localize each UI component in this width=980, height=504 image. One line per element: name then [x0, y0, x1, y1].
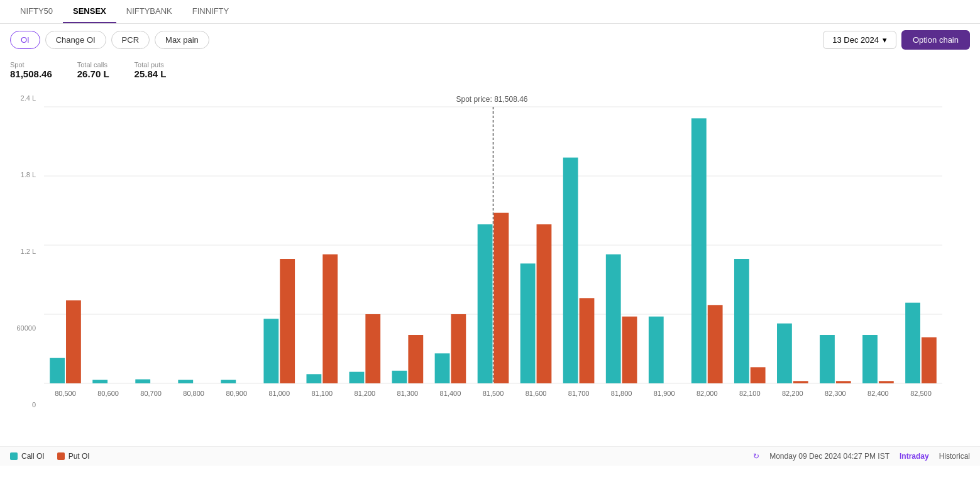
svg-rect-12 [135, 380, 150, 383]
svg-text:82,000: 82,000 [696, 390, 718, 397]
svg-rect-14 [178, 380, 193, 384]
svg-rect-28 [408, 335, 423, 383]
y-label-1-8l: 1.8 L [21, 171, 36, 178]
svg-text:82,200: 82,200 [782, 390, 803, 397]
svg-text:82,300: 82,300 [825, 390, 846, 397]
calls-value: 26.70 L [77, 68, 109, 79]
svg-rect-22 [322, 255, 338, 383]
svg-rect-48 [708, 305, 723, 383]
calls-label: Total calls [77, 61, 109, 68]
svg-rect-8 [66, 300, 81, 383]
svg-rect-37 [537, 224, 552, 383]
pcr-button[interactable]: PCR [111, 31, 150, 49]
y-label-2-4l: 2.4 L [21, 94, 36, 102]
legend: Call OI Put OI [10, 452, 90, 461]
toolbar: OI Change OI PCR Max pain 13 Dec 2024 ▾ … [0, 24, 980, 56]
svg-rect-62 [905, 303, 920, 383]
svg-text:81,500: 81,500 [483, 390, 504, 397]
svg-rect-10 [92, 380, 107, 384]
spot-value: 81,508.46 [10, 68, 52, 79]
svg-text:81,000: 81,000 [268, 390, 290, 397]
svg-text:81,400: 81,400 [440, 390, 461, 397]
svg-text:80,800: 80,800 [183, 390, 204, 397]
svg-rect-45 [649, 317, 664, 383]
spot-label: Spot [10, 61, 52, 68]
oi-chart: Spot price: 81,508.4680,50080,60080,7008… [44, 88, 942, 408]
change-oi-button[interactable]: Change OI [45, 31, 106, 49]
svg-rect-25 [365, 314, 380, 383]
call-oi-legend: Call OI [10, 452, 45, 461]
svg-text:80,600: 80,600 [97, 390, 119, 397]
svg-rect-60 [879, 381, 894, 383]
chart-wrapper: 0 60000 1.2 L 1.8 L 2.4 L Spot price: 81… [0, 82, 980, 446]
svg-text:81,300: 81,300 [397, 390, 419, 397]
svg-rect-27 [392, 371, 407, 383]
svg-text:80,900: 80,900 [226, 390, 247, 397]
refresh-icon: ↻ [753, 452, 759, 461]
svg-rect-57 [836, 381, 851, 383]
svg-rect-31 [451, 314, 466, 383]
svg-rect-39 [563, 158, 578, 383]
svg-text:82,500: 82,500 [910, 390, 932, 397]
selected-date: 13 Dec 2024 [832, 35, 879, 45]
put-oi-label: Put OI [69, 452, 90, 461]
puts-label: Total puts [135, 61, 167, 68]
bottom-bar: Call OI Put OI ↻ Monday 09 Dec 2024 04:2… [0, 446, 980, 466]
svg-text:81,700: 81,700 [568, 390, 590, 397]
svg-text:81,200: 81,200 [355, 390, 376, 397]
svg-rect-56 [820, 335, 835, 383]
chevron-down-icon: ▾ [883, 35, 887, 45]
nav-tab-nifty50[interactable]: NIFTY50 [10, 0, 63, 23]
svg-rect-40 [580, 298, 595, 383]
nav-tab-niftybank[interactable]: NIFTYBANK [116, 0, 182, 23]
svg-rect-43 [622, 317, 637, 383]
svg-rect-54 [793, 381, 808, 383]
svg-rect-19 [280, 259, 295, 383]
historical-button[interactable]: Historical [939, 452, 970, 461]
svg-text:80,700: 80,700 [140, 390, 162, 397]
nav-tab-sensex[interactable]: SENSEX [63, 0, 116, 23]
svg-text:81,100: 81,100 [311, 390, 333, 397]
svg-rect-24 [350, 372, 365, 383]
nav-tab-finnifty[interactable]: FINNIFTY [182, 0, 239, 23]
y-label-0: 0 [32, 401, 36, 408]
option-chain-button[interactable]: Option chain [901, 30, 970, 50]
svg-rect-51 [751, 367, 766, 383]
svg-rect-33 [478, 224, 493, 383]
svg-rect-53 [777, 324, 792, 383]
spot-stat: Spot 81,508.46 [10, 61, 52, 79]
svg-rect-30 [435, 353, 450, 383]
y-label-60k: 60000 [16, 324, 36, 332]
total-puts-stat: Total puts 25.84 L [135, 61, 167, 79]
svg-rect-47 [691, 118, 707, 383]
max-pain-button[interactable]: Max pain [155, 31, 209, 49]
oi-button[interactable]: OI [10, 31, 40, 49]
date-picker[interactable]: 13 Dec 2024 ▾ [823, 31, 896, 49]
put-oi-color [57, 452, 65, 460]
svg-text:81,800: 81,800 [611, 390, 632, 397]
puts-value: 25.84 L [135, 68, 167, 79]
svg-rect-16 [221, 380, 236, 384]
svg-text:82,100: 82,100 [739, 390, 761, 397]
svg-rect-36 [520, 263, 536, 383]
svg-text:81,900: 81,900 [654, 390, 675, 397]
svg-text:81,600: 81,600 [526, 390, 547, 397]
svg-rect-21 [306, 374, 321, 383]
svg-rect-59 [862, 335, 878, 383]
bottom-right: ↻ Monday 09 Dec 2024 04:27 PM IST Intrad… [753, 452, 970, 461]
refresh-timestamp: Monday 09 Dec 2024 04:27 PM IST [769, 452, 889, 461]
svg-text:Spot price: 81,508.46: Spot price: 81,508.46 [456, 95, 527, 104]
top-nav: NIFTY50 SENSEX NIFTYBANK FINNIFTY [0, 0, 980, 24]
call-oi-color [10, 452, 18, 460]
y-label-1-2l: 1.2 L [21, 248, 36, 255]
put-oi-legend: Put OI [57, 452, 90, 461]
svg-rect-50 [734, 259, 749, 383]
call-oi-label: Call OI [21, 452, 45, 461]
svg-rect-18 [263, 319, 278, 383]
total-calls-stat: Total calls 26.70 L [77, 61, 109, 79]
svg-text:82,400: 82,400 [867, 390, 889, 397]
svg-rect-42 [606, 255, 621, 383]
svg-rect-63 [922, 337, 937, 383]
stats-bar: Spot 81,508.46 Total calls 26.70 L Total… [0, 56, 980, 82]
intraday-button[interactable]: Intraday [900, 452, 929, 461]
